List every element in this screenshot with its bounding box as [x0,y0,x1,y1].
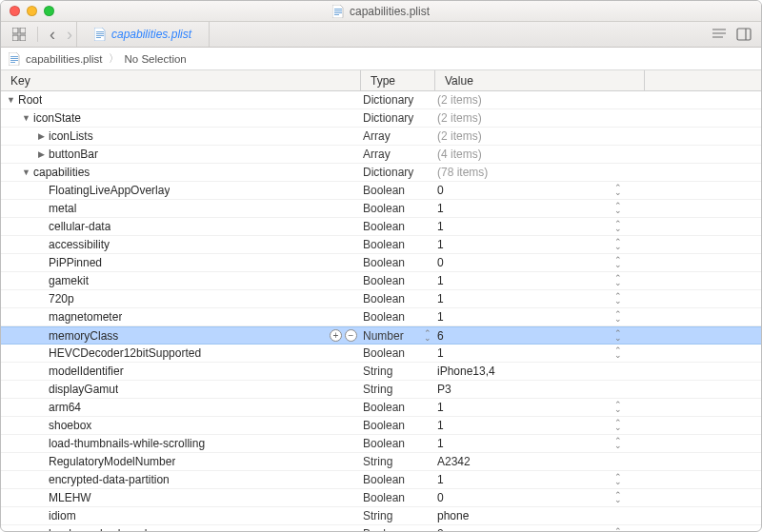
disclosure-right-icon[interactable]: ▶ [37,149,46,159]
jump-bar-selection[interactable]: No Selection [125,53,187,65]
table-row[interactable]: ▶buttonBarArray⌃⌄(4 items) [1,146,761,164]
value-text: 1 [437,202,444,215]
jump-bar[interactable]: capabilities.plist 〉 No Selection [1,48,761,70]
table-row[interactable]: gamekitBoolean⌃⌄1⌃⌄ [1,272,761,290]
grid-icon [12,28,26,41]
value-stepper[interactable]: ⌃⌄ [613,403,623,412]
table-row[interactable]: shoeboxBoolean⌃⌄1⌃⌄ [1,417,761,435]
titlebar[interactable]: capabilities.plist [1,1,761,22]
value-stepper[interactable]: ⌃⌄ [613,493,623,502]
svg-rect-15 [737,29,751,40]
value-stepper[interactable]: ⌃⌄ [613,475,623,484]
table-row[interactable]: RegulatoryModelNumberString⌃⌄A2342 [1,453,761,471]
table-row[interactable]: cellular-dataBoolean⌃⌄1⌃⌄ [1,218,761,236]
key-text: FloatingLiveAppOverlay [49,184,170,197]
table-row[interactable]: FloatingLiveAppOverlayBoolean⌃⌄0⌃⌄ [1,182,761,200]
table-row[interactable]: PiPPinnedBoolean⌃⌄0⌃⌄ [1,254,761,272]
value-stepper[interactable]: ⌃⌄ [613,331,623,341]
key-text: magnetometer [49,310,122,324]
add-row-button[interactable]: + [330,329,342,342]
stepper-down-icon: ⌄ [614,245,622,249]
value-stepper[interactable]: ⌃⌄ [613,312,623,322]
chevron-left-icon: ‹ [50,25,55,45]
type-text: Boolean [363,419,405,432]
plist-outline[interactable]: ▼RootDictionary⌃⌄(2 items)▼iconStateDict… [1,91,761,531]
table-row[interactable]: ▼iconStateDictionary⌃⌄(2 items) [1,109,761,128]
table-row[interactable]: ▼RootDictionary⌃⌄(2 items) [1,91,761,109]
disclosure-down-icon[interactable]: ▼ [22,167,30,177]
column-header-value[interactable]: Value [435,70,645,90]
related-items-button[interactable] [9,28,30,41]
stepper-down-icon: ⌄ [614,317,622,322]
stepper-down-icon: ⌄ [614,190,622,195]
table-row[interactable]: memoryClass+−Number⌃⌄6⌃⌄ [1,326,761,345]
column-header-extra[interactable] [645,70,761,90]
table-row[interactable]: ▼capabilitiesDictionary⌃⌄(78 items) [1,164,761,182]
value-stepper[interactable]: ⌃⌄ [613,240,623,249]
table-row[interactable]: HEVCDecoder12bitSupportedBoolean⌃⌄1⌃⌄ [1,345,761,363]
table-row[interactable]: modelIdentifierString⌃⌄iPhone13,4 [1,363,761,381]
column-header-type[interactable]: Type [361,70,435,90]
stepper-down-icon: ⌄ [614,227,622,231]
column-header-key[interactable]: Key [1,70,361,90]
value-stepper[interactable]: ⌃⌄ [613,529,623,531]
table-row[interactable]: 720pBoolean⌃⌄1⌃⌄ [1,290,761,308]
table-row[interactable]: idiomString⌃⌄phone [1,507,761,525]
value-stepper[interactable]: ⌃⌄ [613,294,623,304]
type-text: Boolean [363,292,405,305]
value-text: (2 items) [437,111,482,125]
table-row[interactable]: displayGamutString⌃⌄P3 [1,381,761,399]
value-stepper[interactable]: ⌃⌄ [613,258,623,267]
table-row[interactable]: hardware-keyboardBoolean⌃⌄0⌃⌄ [1,525,761,531]
jump-bar-file[interactable]: capabilities.plist [26,53,103,65]
table-row[interactable]: metalBoolean⌃⌄1⌃⌄ [1,200,761,218]
type-text: Boolean [363,491,405,504]
value-text: 1 [437,274,444,287]
tab-capabilities-plist[interactable]: capabilities.plist [76,22,210,47]
value-text: 1 [437,437,444,450]
value-stepper[interactable]: ⌃⌄ [613,421,623,430]
value-stepper[interactable]: ⌃⌄ [613,186,623,195]
remove-row-button[interactable]: − [345,329,357,342]
type-popup-icon[interactable]: ⌃⌄ [424,331,431,341]
forward-button[interactable]: › [63,25,76,45]
zoom-icon[interactable] [44,6,54,16]
value-stepper[interactable]: ⌃⌄ [613,348,623,358]
disclosure-down-icon[interactable]: ▼ [7,95,15,105]
svg-rect-19 [10,60,18,61]
value-text: 1 [437,220,444,233]
disclosure-down-icon[interactable]: ▼ [22,113,30,123]
adjust-editor-button[interactable] [736,27,752,42]
value-text: 0 [437,256,444,269]
table-row[interactable]: MLEHWBoolean⌃⌄0⌃⌄ [1,489,761,507]
key-text: capabilities [33,166,90,179]
table-row[interactable]: ▶iconListsArray⌃⌄(2 items) [1,128,761,146]
key-text: cellular-data [49,220,110,233]
value-stepper[interactable]: ⌃⌄ [613,276,623,286]
value-stepper[interactable]: ⌃⌄ [613,222,623,231]
value-text: 1 [437,310,444,324]
type-text: Array [363,148,391,161]
table-row[interactable]: load-thumbnails-while-scrollingBoolean⌃⌄… [1,435,761,453]
stepper-down-icon: ⌄ [614,263,622,267]
editor-options-button[interactable] [712,27,727,42]
table-row[interactable]: arm64Boolean⌃⌄1⌃⌄ [1,399,761,417]
table-row[interactable]: encrypted-data-partitionBoolean⌃⌄1⌃⌄ [1,471,761,489]
stepper-down-icon: ⌄ [614,281,622,286]
value-text: (2 items) [437,129,482,143]
value-text: 1 [437,419,444,432]
value-text: (2 items) [437,93,482,107]
value-stepper[interactable]: ⌃⌄ [613,439,623,448]
svg-rect-8 [96,31,104,32]
table-row[interactable]: magnetometerBoolean⌃⌄1⌃⌄ [1,308,761,326]
value-stepper[interactable]: ⌃⌄ [613,204,623,213]
close-icon[interactable] [10,6,20,16]
minimize-icon[interactable] [27,6,37,16]
value-text: 1 [437,401,444,414]
table-row[interactable]: accessibilityBoolean⌃⌄1⌃⌄ [1,236,761,254]
type-text: Dictionary [363,93,413,107]
back-button[interactable]: ‹ [46,25,59,45]
xcode-plist-window: capabilities.plist ‹ › capabilities.plis… [0,0,762,532]
disclosure-right-icon[interactable]: ▶ [37,131,46,141]
key-text: iconLists [49,129,93,143]
